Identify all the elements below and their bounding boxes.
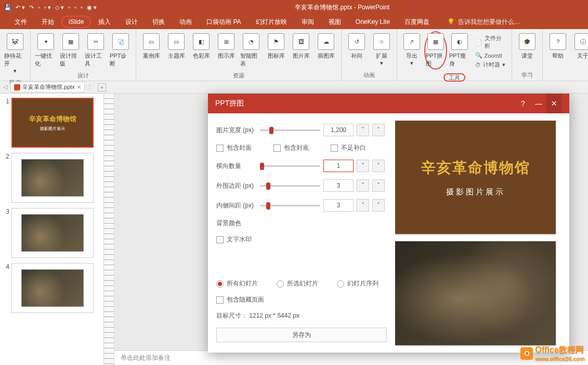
tab-transition[interactable]: 切换: [145, 15, 172, 30]
tab-slideshow[interactable]: 幻灯片放映: [249, 15, 294, 30]
radio-slide-sequence[interactable]: [337, 280, 344, 288]
ribbon-btn-zoomit[interactable]: 🔍ZoomIt: [475, 52, 506, 59]
ribbon-btn-jingdai[interactable]: 🐼静待花开▾: [3, 31, 27, 76]
ribbon-btn-illust[interactable]: ☁插图库: [314, 31, 338, 62]
width-value[interactable]: 1,200: [323, 124, 354, 136]
hnum-slider[interactable]: [260, 165, 320, 167]
tab-menu-icon[interactable]: ⋮: [87, 84, 93, 90]
tell-me-text: 告诉我您想要做什么…: [458, 18, 520, 27]
slide-thumbnail-3[interactable]: [11, 208, 94, 258]
ribbon-btn-timer[interactable]: ⏱计时器▾: [475, 61, 506, 69]
ribbon-btn-icon[interactable]: ⚑图标库: [264, 31, 288, 62]
save-icon[interactable]: 💾: [4, 4, 11, 11]
qat-item[interactable]: ▫: [81, 4, 83, 10]
ribbon-btn-export[interactable]: ↗导出▾: [400, 31, 423, 69]
class-icon: 🎓: [519, 33, 535, 50]
preview-slide-1: 辛亥革命博物馆 摄影图片展示: [395, 121, 556, 234]
ppt-puzzle-dialog: PPT拼图 ? — ✕ 图片宽度 (px) 1,200 ˅ ˄ 包含封面 包含封…: [208, 94, 569, 353]
close-button[interactable]: ✕: [546, 94, 562, 113]
ribbon-btn-slim[interactable]: ◐PPT瘦身: [448, 31, 471, 70]
hidden-checkbox[interactable]: [216, 296, 224, 304]
tab-file[interactable]: 文件: [7, 15, 34, 30]
hnum-down-button[interactable]: ˅: [357, 160, 369, 172]
width-down-button[interactable]: ˅: [357, 124, 369, 136]
undo-icon[interactable]: ↶ ▾: [16, 4, 25, 11]
ribbon-btn-about[interactable]: ⓘ关于: [571, 31, 588, 62]
ribbon-btn-diagnose[interactable]: 🩺PPT诊断: [109, 31, 133, 70]
ribbon-btn-layout[interactable]: ▦设计排版: [59, 31, 83, 70]
layout-icon: ▦: [62, 33, 79, 50]
tab-home[interactable]: 开始: [34, 15, 61, 30]
ribbon-btn-optimize[interactable]: ✦一键优化: [34, 31, 58, 70]
ribbon-btn-extend[interactable]: ☆扩展▾: [370, 31, 394, 69]
qat-item[interactable]: ◉ ▾: [87, 4, 97, 11]
ribbon-btn-tween[interactable]: ↺补间: [345, 31, 369, 62]
tab-islide[interactable]: iSlide: [61, 16, 91, 28]
qat-item[interactable]: ▫: [68, 4, 70, 10]
help-button[interactable]: ?: [515, 99, 531, 108]
outer-value[interactable]: 3: [323, 179, 354, 192]
tab-koudai[interactable]: 口袋动画 PA: [199, 15, 248, 30]
fill-checkbox[interactable]: [331, 145, 338, 152]
width-up-button[interactable]: ˄: [372, 124, 385, 136]
bulb-icon: 💡: [447, 18, 455, 25]
inner-value[interactable]: 3: [323, 199, 354, 212]
qat-item[interactable]: ▫: [38, 4, 40, 10]
group-label-tools: 工具: [397, 74, 512, 83]
tabs-scroll-icon[interactable]: ◁: [3, 84, 7, 90]
tab-animation[interactable]: 动画: [172, 15, 199, 30]
document-tab[interactable]: 辛亥革命博物馆.pptx ✕: [10, 82, 85, 93]
ribbon-btn-color[interactable]: ◧色彩库: [189, 31, 213, 62]
ribbon-btn-smartchart[interactable]: ◔智能图表: [239, 31, 263, 70]
close-tab-icon[interactable]: ✕: [77, 84, 81, 90]
ribbon-btn-diagram[interactable]: ⊞图示库: [214, 31, 238, 62]
outer-up-button[interactable]: ˄: [372, 179, 385, 192]
qat-item[interactable]: ▫ ▾: [44, 4, 51, 11]
slide-thumbnail-2[interactable]: [11, 153, 94, 203]
tab-design[interactable]: 设计: [118, 15, 145, 30]
tab-view[interactable]: 视图: [321, 15, 348, 30]
ribbon-btn-analyze[interactable]: 📄文件分析: [475, 34, 506, 50]
new-tab-button[interactable]: +: [98, 83, 106, 92]
hnum-value[interactable]: 1: [323, 160, 354, 172]
ribbon-tabs: 文件 开始 iSlide 插入 设计 切换 动画 口袋动画 PA 幻灯片放映 审…: [0, 15, 588, 29]
ribbon-btn-theme[interactable]: ▭主题库: [164, 31, 188, 62]
back-checkbox[interactable]: [273, 145, 281, 152]
qat-item[interactable]: ▫: [74, 4, 76, 10]
tab-insert[interactable]: 插入: [91, 15, 118, 30]
hnum-up-button[interactable]: ˄: [372, 160, 385, 172]
qat-item[interactable]: ◇ ▾: [55, 4, 64, 11]
slide-thumbnail-1[interactable]: 辛亥革命博物馆 摄影图片展示: [11, 98, 94, 148]
redo-icon[interactable]: ↷: [29, 4, 34, 11]
outer-slider[interactable]: [260, 185, 320, 187]
ribbon-btn-help[interactable]: ?帮助: [546, 31, 570, 62]
vertical-ruler: [104, 94, 114, 365]
ribbon-btn-class[interactable]: 🎓课堂: [515, 31, 539, 62]
tab-onekey[interactable]: OneKey Lite: [348, 15, 397, 29]
minimize-button[interactable]: —: [531, 99, 546, 108]
tell-me[interactable]: 💡 告诉我您想要做什么…: [447, 18, 520, 27]
outer-down-button[interactable]: ˅: [357, 179, 369, 192]
inner-down-button[interactable]: ˅: [357, 199, 369, 212]
theme-icon: ▭: [168, 33, 185, 50]
hidden-label: 包含隐藏页面: [227, 295, 264, 304]
notes-pane[interactable]: 单击此处添加备注: [114, 350, 588, 365]
ribbon-btn-puzzle[interactable]: ▦PPT拼图: [424, 31, 447, 70]
inner-slider[interactable]: [260, 205, 320, 206]
tab-review[interactable]: 审阅: [294, 15, 321, 30]
radio-selected-slides[interactable]: [277, 280, 284, 288]
fill-label: 不足补白: [341, 144, 366, 152]
inner-up-button[interactable]: ˄: [372, 199, 385, 212]
slide-thumbnail-4[interactable]: [11, 263, 94, 313]
ribbon-btn-case[interactable]: ▭案例库: [139, 31, 163, 62]
preview-sub: 摄影图片展示: [446, 187, 505, 197]
watermark-checkbox[interactable]: [216, 236, 224, 243]
dialog-titlebar[interactable]: PPT拼图 ? — ✕: [208, 94, 569, 113]
width-slider[interactable]: [260, 129, 320, 131]
save-as-button[interactable]: 另存为: [216, 328, 387, 342]
cover-checkbox[interactable]: [216, 145, 224, 152]
tab-baidu[interactable]: 百度网盘: [397, 15, 437, 30]
ribbon-btn-tools[interactable]: ✂设计工具: [84, 31, 108, 70]
ribbon-btn-image[interactable]: 🖼图片库: [289, 31, 313, 62]
radio-all-slides[interactable]: [216, 280, 224, 288]
